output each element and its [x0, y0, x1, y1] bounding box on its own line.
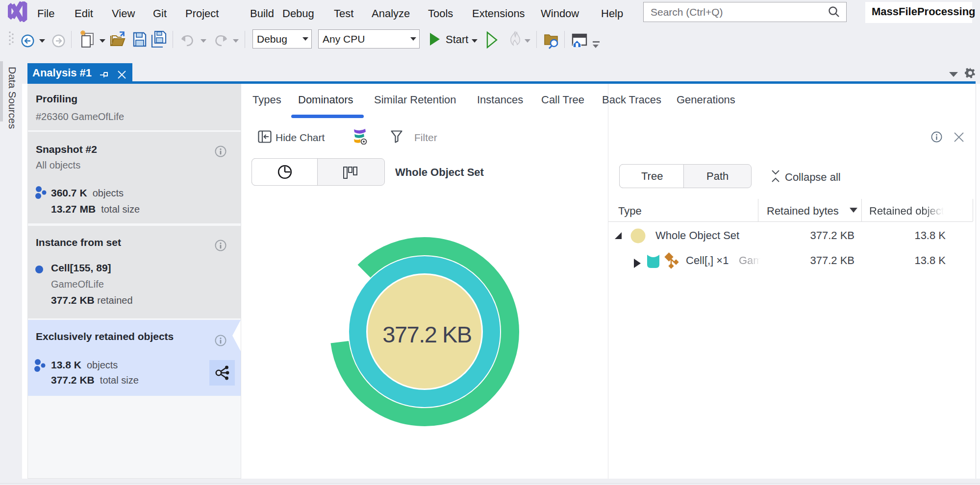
svg-text:377.2 KB: 377.2 KB [382, 321, 471, 347]
